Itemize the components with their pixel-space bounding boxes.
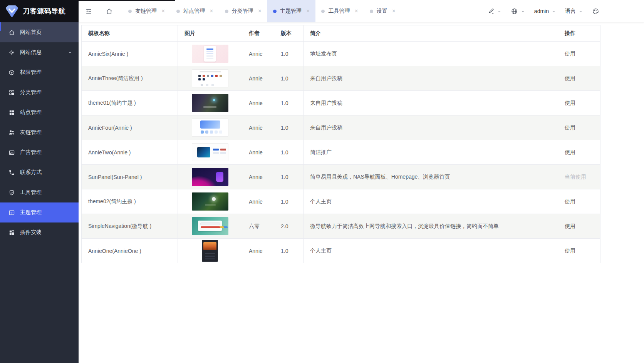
home-icon[interactable] <box>99 0 119 22</box>
template-version: 1.0 <box>274 239 304 263</box>
sidebar-item-10[interactable]: 插件安装 <box>0 222 79 243</box>
tab-close-icon[interactable]: × <box>306 8 310 14</box>
tab-label: 主题管理 <box>280 8 302 15</box>
template-author: 六零 <box>242 214 274 239</box>
content-area: 模板名称图片作者版本简介操作 AnnieSix(Annie )Annie1.0地… <box>79 22 644 363</box>
brand-title: 刀客源码导航 <box>23 7 65 16</box>
sidebar-scrollbar-thumb[interactable] <box>0 22 1 31</box>
chevron-down-icon <box>68 50 72 55</box>
brand: 刀客源码导航 <box>0 0 79 22</box>
tab-label: 分类管理 <box>232 8 253 15</box>
column-header: 图片 <box>178 25 242 42</box>
template-action-cell: 使用 <box>558 239 600 263</box>
template-image-cell <box>178 189 242 214</box>
template-intro: 个人主页 <box>304 239 558 263</box>
table-row: AnnieThree(简洁应用 )Annie1.0来自用户投稿使用 <box>82 66 600 91</box>
template-author: Annie <box>242 189 274 214</box>
column-header: 操作 <box>558 25 600 42</box>
template-intro: 来自用户投稿 <box>304 115 558 140</box>
template-author: Annie <box>242 239 274 263</box>
sidebar-item-5[interactable]: 友链管理 <box>0 122 79 142</box>
template-image-cell <box>178 239 242 263</box>
template-image-cell <box>178 42 242 66</box>
template-thumbnail <box>192 192 228 211</box>
windows-icon <box>8 109 15 116</box>
sidebar-item-4[interactable]: 站点管理 <box>0 102 79 122</box>
sidebar-item-label: 联系方式 <box>20 169 42 176</box>
table-row: theme01(简约主题 )Annie1.0来自用户投稿使用 <box>82 91 600 115</box>
tab-0[interactable]: 友链管理× <box>122 0 171 22</box>
sidebar-item-9[interactable]: 主题管理 <box>0 202 79 222</box>
template-thumbnail <box>192 69 228 87</box>
sidebar-item-0[interactable]: 网站首页 <box>0 22 79 42</box>
tab-3[interactable]: 主题管理× <box>267 0 315 22</box>
template-version: 1.0 <box>274 189 304 214</box>
sidebar-item-8[interactable]: 工具管理 <box>0 182 79 202</box>
user-dropdown[interactable]: admin <box>534 8 556 14</box>
tab-1[interactable]: 站点管理× <box>171 0 219 22</box>
sidebar-item-label: 插件安装 <box>20 229 42 236</box>
tab-2[interactable]: 分类管理× <box>219 0 267 22</box>
sidebar-item-7[interactable]: 联系方式 <box>0 162 79 182</box>
sidebar-item-label: 广告管理 <box>20 149 42 156</box>
brush-icon <box>487 8 495 15</box>
use-button[interactable]: 使用 <box>565 198 575 204</box>
layout-icon <box>8 209 15 216</box>
table-body: AnnieSix(Annie )Annie1.0地址发布页使用AnnieThre… <box>82 42 600 263</box>
template-thumbnail <box>192 143 228 161</box>
tab-close-icon[interactable]: × <box>258 8 262 14</box>
language-dropdown[interactable]: 语言 <box>565 8 583 15</box>
globe-dropdown[interactable] <box>511 8 525 15</box>
tab-status-dot <box>128 10 132 13</box>
template-intro: 地址发布页 <box>304 42 558 66</box>
template-action-cell: 使用 <box>558 42 600 66</box>
shield-check-icon <box>8 189 15 196</box>
tab-close-icon[interactable]: × <box>354 8 358 14</box>
sidebar-item-1[interactable]: 网站信息 <box>0 42 79 62</box>
tab-4[interactable]: 工具管理× <box>315 0 364 22</box>
sidebar-item-6[interactable]: 广告管理 <box>0 142 79 162</box>
template-image-cell <box>178 115 242 140</box>
table-row: AnnieFour(Annie )Annie1.0来自用户投稿使用 <box>82 115 600 140</box>
use-button[interactable]: 使用 <box>565 100 575 106</box>
menu-fold-icon[interactable] <box>79 0 99 22</box>
template-action-cell: 使用 <box>558 66 600 91</box>
theme-brush-dropdown[interactable] <box>487 8 501 15</box>
template-intro: 简洁推广 <box>304 140 558 165</box>
use-button[interactable]: 使用 <box>565 50 575 57</box>
template-name: SimpleNavigation(微导航 ) <box>82 214 178 239</box>
column-header: 版本 <box>274 25 304 42</box>
template-version: 1.0 <box>274 140 304 165</box>
sidebar-item-label: 友链管理 <box>20 129 42 136</box>
table-row: AnnieSix(Annie )Annie1.0地址发布页使用 <box>82 42 600 66</box>
use-button[interactable]: 使用 <box>565 75 575 81</box>
tab-status-dot <box>225 10 228 13</box>
main-area: 友链管理×站点管理×分类管理×主题管理×工具管理×设置× <box>79 0 644 363</box>
template-action-cell: 使用 <box>558 214 600 239</box>
table-header-row: 模板名称图片作者版本简介操作 <box>82 25 600 42</box>
sidebar-item-label: 站点管理 <box>20 109 42 116</box>
tab-close-icon[interactable]: × <box>392 8 396 14</box>
use-button[interactable]: 使用 <box>565 223 575 229</box>
template-name: AnnieOne(AnnieOne ) <box>82 239 178 263</box>
sidebar-item-label: 网站信息 <box>20 49 42 56</box>
template-thumbnail <box>192 119 228 137</box>
phone-icon <box>8 169 15 176</box>
palette-icon[interactable] <box>592 8 599 15</box>
image-icon <box>8 149 15 156</box>
tab-close-icon[interactable]: × <box>161 8 165 14</box>
tab-close-icon[interactable]: × <box>210 8 213 14</box>
sidebar-item-2[interactable]: 权限管理 <box>0 62 79 82</box>
use-button[interactable]: 使用 <box>565 149 575 155</box>
use-button[interactable]: 使用 <box>565 248 575 254</box>
template-image-cell <box>178 165 242 189</box>
template-intro: 来自用户投稿 <box>304 66 558 91</box>
tab-label: 工具管理 <box>328 8 350 15</box>
chevron-down-icon <box>579 9 583 13</box>
use-button[interactable]: 使用 <box>565 124 575 130</box>
tab-5[interactable]: 设置× <box>364 0 401 22</box>
template-author: Annie <box>242 140 274 165</box>
sidebar-item-3[interactable]: 分类管理 <box>0 82 79 102</box>
top-progress-bar <box>79 0 175 1</box>
template-name: AnnieSix(Annie ) <box>82 42 178 66</box>
